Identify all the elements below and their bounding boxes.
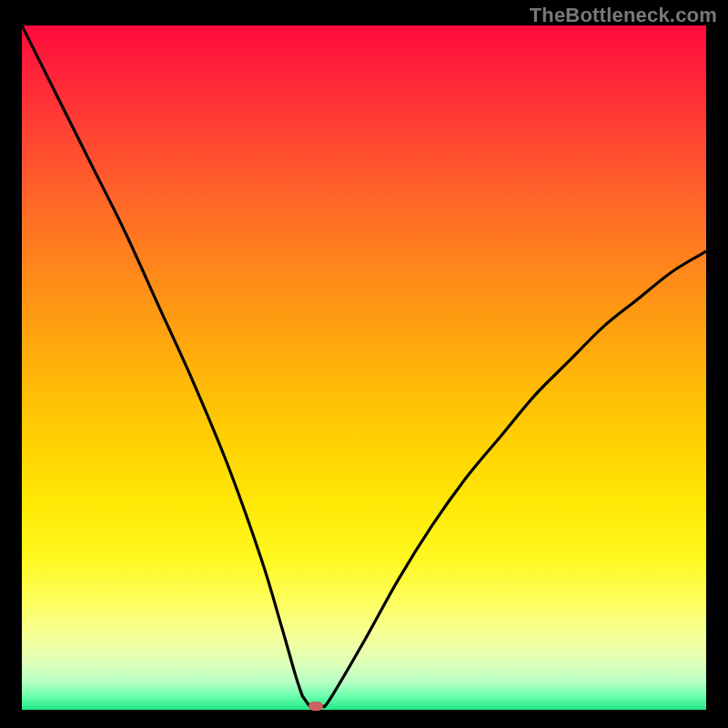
curve-path	[22, 25, 706, 707]
watermark-text: TheBottleneck.com	[530, 4, 717, 27]
optimum-marker	[308, 702, 323, 711]
plot-area	[22, 25, 706, 710]
bottleneck-curve	[22, 25, 706, 710]
chart-frame: TheBottleneck.com	[0, 0, 728, 728]
